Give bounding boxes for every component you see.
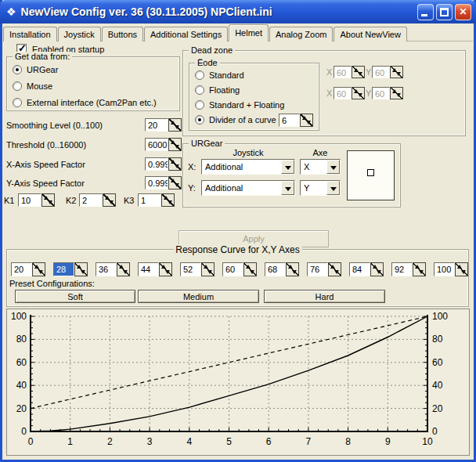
urgear-x-joystick-value: Additional [202,160,281,174]
offset1-y-spin-button[interactable] [390,66,403,78]
k2-label: K2 [66,196,76,205]
tab-buttons[interactable]: Buttons [102,27,143,42]
offset1-x-edit[interactable]: 60 [334,66,352,78]
combo-dropdown-icon[interactable] [326,181,340,195]
radio-floating-label: Floating [209,85,240,95]
curve-spin-button-7[interactable] [328,262,341,276]
urgear-y-joystick-combobox[interactable]: Additional [201,180,295,196]
k1-edit[interactable]: 10 [18,193,41,207]
radio-urgear[interactable] [13,65,22,74]
k3-spin-button[interactable] [161,193,175,207]
tab-joystick[interactable]: Joystick [58,27,101,42]
y-tick-label-left: 60 [16,357,27,368]
x-speed-label: X-Axis Speed Factor [6,160,85,169]
offset2-x-spin-button[interactable] [352,87,365,99]
curve-value-edit-2[interactable]: 36 [96,262,117,276]
tab-additional-settings[interactable]: Additional Settings [144,27,228,42]
curve-spin-button-5[interactable] [243,262,257,276]
radio-divider-of-curve[interactable] [195,115,204,125]
x-speed-edit[interactable]: 0.999 [145,157,168,171]
y-tick-label-right: 0 [432,426,438,437]
combo-dropdown-icon[interactable] [281,160,294,174]
curve-value-edit-9[interactable]: 92 [391,262,413,276]
curve-value-edit-6[interactable]: 68 [265,262,286,276]
urgear-y-row-label: Y: [188,183,196,193]
k2-edit[interactable]: 2 [79,193,103,207]
smoothing-spin-button[interactable] [168,118,182,132]
titlebar[interactable]: ❖ NewView Config ver. 36 (30.11.2005) NP… [0,0,476,23]
divider-spin-button[interactable] [300,114,313,127]
curve-value-edit-0[interactable]: 20 [11,262,32,276]
close-button[interactable]: ✕ [455,4,471,20]
y-tick-label-right: 20 [432,403,443,414]
k1-label: K1 [4,196,14,205]
radio-urgear-label: URGear [27,65,58,74]
y-tick-label-left: 40 [16,380,27,391]
curve-value-edit-1[interactable]: 28 [53,262,74,276]
urgear-x-axe-value: X [301,160,326,174]
k1-spin-button[interactable] [41,193,55,207]
curve-value-edit-10[interactable]: 100 [434,262,455,276]
threshold-label: Threshold (0..16000) [6,140,86,150]
dead-zone-legend: Dead zone [189,45,235,55]
response-curve-legend: Response Curve for X,Y Axes [173,244,302,255]
curve-value-edit-7[interactable]: 76 [307,262,328,276]
curve-spin-button-3[interactable] [159,262,172,276]
curve-spin-button-4[interactable] [201,262,215,276]
urgear-y-axe-combobox[interactable]: Y [300,180,341,196]
offset2-y-edit[interactable]: 60 [372,87,390,99]
tab-installation[interactable]: Installation [3,27,57,42]
smoothing-edit[interactable]: 20 [145,118,168,132]
radio-mouse[interactable] [13,81,22,91]
urgear-x-joystick-combobox[interactable]: Additional [201,159,295,175]
x-tick-label: 9 [385,436,391,447]
y-tick-label-left: 20 [16,403,27,414]
offset1-x-spin-button[interactable] [352,66,365,78]
curve-value-edit-5[interactable]: 60 [222,262,243,276]
threshold-spin-button[interactable] [168,138,182,151]
urgear-y-axe-value: Y [301,181,326,195]
radio-standard[interactable] [195,70,204,80]
radio-standard-floating[interactable] [195,100,204,110]
y-tick-label-left: 0 [21,426,27,437]
urgear-x-axe-combobox[interactable]: X [300,159,341,175]
x-tick-label: 8 [345,436,351,447]
maximize-button[interactable] [436,4,453,20]
offset1-y-label: Y [366,67,371,77]
preset-medium-button[interactable]: Medium [138,290,259,303]
y-speed-spin-button[interactable] [168,176,182,189]
curve-spin-button-1[interactable] [74,262,88,276]
k2-spin-button[interactable] [103,193,116,207]
curve-value-edit-3[interactable]: 44 [138,262,159,276]
tab-analog-zoom[interactable]: Analog Zoom [269,27,333,42]
k3-edit[interactable]: 1 [138,193,161,207]
offset2-y-spin-button[interactable] [390,87,403,99]
offset1-y-edit[interactable]: 60 [372,66,390,78]
offset2-x-edit[interactable]: 60 [334,87,352,99]
minimize-button[interactable] [417,4,434,20]
response-curve-chart-panel: 012345678910002020404060608080100100 [6,309,470,456]
radio-external-interface[interactable] [13,98,22,107]
threshold-edit[interactable]: 6000 [145,138,168,151]
x-tick-label: 1 [67,436,73,447]
radio-floating[interactable] [195,85,204,95]
y-speed-edit[interactable]: 0.999 [145,176,168,189]
curve-spin-button-2[interactable] [117,262,130,276]
curve-spin-button-6[interactable] [286,262,299,276]
tab-about-newview[interactable]: About NewView [334,27,406,42]
preset-soft-button[interactable]: Soft [15,290,135,303]
combo-dropdown-icon[interactable] [326,160,340,174]
tab-helmet[interactable]: Helmet [229,24,269,42]
curve-spin-button-8[interactable] [370,262,384,276]
x-tick-label: 2 [107,436,113,447]
curve-spin-button-9[interactable] [413,262,426,276]
maximize-icon [440,8,449,16]
x-speed-spin-button[interactable] [168,157,182,171]
divider-value-edit[interactable]: 6 [279,114,300,127]
curve-value-edit-8[interactable]: 84 [349,262,370,276]
curve-spin-button-0[interactable] [32,262,45,276]
curve-value-edit-4[interactable]: 52 [180,262,201,276]
curve-spin-button-10[interactable] [455,262,468,276]
preset-hard-button[interactable]: Hard [264,290,385,303]
combo-dropdown-icon[interactable] [281,181,294,195]
